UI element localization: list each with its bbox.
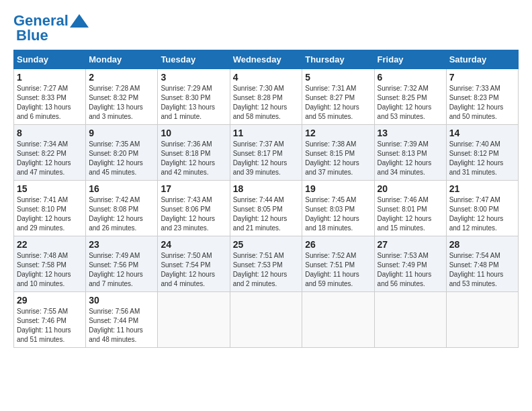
calendar-table: SundayMondayTuesdayWednesdayThursdayFrid… <box>13 50 519 348</box>
day-detail: Sunrise: 7:29 AM Sunset: 8:30 PM Dayligh… <box>161 84 226 122</box>
day-number: 19 <box>305 183 371 194</box>
day-detail: Sunrise: 7:35 AM Sunset: 8:20 PM Dayligh… <box>89 140 154 177</box>
page-header: General Blue <box>13 13 519 43</box>
calendar-cell: 16Sunrise: 7:42 AM Sunset: 8:08 PM Dayli… <box>86 181 158 236</box>
day-detail: Sunrise: 7:28 AM Sunset: 8:32 PM Dayligh… <box>89 84 154 122</box>
calendar-cell: 10Sunrise: 7:36 AM Sunset: 8:18 PM Dayli… <box>158 125 230 181</box>
day-number: 23 <box>89 239 154 250</box>
calendar-cell: 26Sunrise: 7:52 AM Sunset: 7:51 PM Dayli… <box>302 236 374 292</box>
day-number: 8 <box>17 128 83 138</box>
logo-blue-text: Blue <box>16 28 48 43</box>
day-number: 28 <box>449 239 515 250</box>
day-detail: Sunrise: 7:50 AM Sunset: 7:54 PM Dayligh… <box>161 251 226 289</box>
day-number: 12 <box>305 128 371 138</box>
calendar-cell: 9Sunrise: 7:35 AM Sunset: 8:20 PM Daylig… <box>86 125 158 181</box>
day-detail: Sunrise: 7:45 AM Sunset: 8:03 PM Dayligh… <box>305 195 371 233</box>
calendar-cell: 15Sunrise: 7:41 AM Sunset: 8:10 PM Dayli… <box>14 181 86 236</box>
day-number: 11 <box>233 128 300 138</box>
calendar-cell: 4Sunrise: 7:30 AM Sunset: 8:28 PM Daylig… <box>230 69 302 125</box>
calendar-cell: 28Sunrise: 7:54 AM Sunset: 7:48 PM Dayli… <box>446 236 518 292</box>
calendar-cell: 30Sunrise: 7:56 AM Sunset: 7:44 PM Dayli… <box>86 292 158 348</box>
calendar-cell: 6Sunrise: 7:32 AM Sunset: 8:25 PM Daylig… <box>374 69 446 125</box>
day-number: 26 <box>305 239 371 250</box>
weekday-header: Sunday <box>14 50 86 69</box>
day-number: 17 <box>161 183 226 194</box>
day-number: 3 <box>161 72 226 83</box>
calendar-week-row: 29Sunrise: 7:55 AM Sunset: 7:46 PM Dayli… <box>14 292 519 348</box>
day-number: 25 <box>233 239 300 250</box>
day-number: 20 <box>378 183 443 194</box>
day-detail: Sunrise: 7:41 AM Sunset: 8:10 PM Dayligh… <box>17 195 83 233</box>
day-number: 1 <box>17 72 83 83</box>
calendar-cell: 21Sunrise: 7:47 AM Sunset: 8:00 PM Dayli… <box>446 181 518 236</box>
day-number: 24 <box>161 239 226 250</box>
calendar-cell: 13Sunrise: 7:39 AM Sunset: 8:13 PM Dayli… <box>374 125 446 181</box>
calendar-cell: 18Sunrise: 7:44 AM Sunset: 8:05 PM Dayli… <box>230 181 302 236</box>
calendar-cell: 12Sunrise: 7:38 AM Sunset: 8:15 PM Dayli… <box>302 125 374 181</box>
day-detail: Sunrise: 7:39 AM Sunset: 8:13 PM Dayligh… <box>378 140 443 177</box>
calendar-week-row: 22Sunrise: 7:48 AM Sunset: 7:58 PM Dayli… <box>14 236 519 292</box>
weekday-header-row: SundayMondayTuesdayWednesdayThursdayFrid… <box>14 50 519 69</box>
calendar-cell: 24Sunrise: 7:50 AM Sunset: 7:54 PM Dayli… <box>158 236 230 292</box>
calendar-cell: 25Sunrise: 7:51 AM Sunset: 7:53 PM Dayli… <box>230 236 302 292</box>
day-detail: Sunrise: 7:48 AM Sunset: 7:58 PM Dayligh… <box>17 251 83 289</box>
day-detail: Sunrise: 7:36 AM Sunset: 8:18 PM Dayligh… <box>161 140 226 177</box>
calendar-week-row: 8Sunrise: 7:34 AM Sunset: 8:22 PM Daylig… <box>14 125 519 181</box>
day-detail: Sunrise: 7:31 AM Sunset: 8:27 PM Dayligh… <box>305 84 371 122</box>
day-number: 16 <box>89 183 154 194</box>
day-detail: Sunrise: 7:52 AM Sunset: 7:51 PM Dayligh… <box>305 251 371 289</box>
logo-text: General <box>13 13 69 28</box>
day-detail: Sunrise: 7:47 AM Sunset: 8:00 PM Dayligh… <box>449 195 515 233</box>
calendar-cell <box>302 292 374 348</box>
day-number: 13 <box>378 128 443 138</box>
day-detail: Sunrise: 7:37 AM Sunset: 8:17 PM Dayligh… <box>233 140 300 177</box>
day-number: 10 <box>161 128 226 138</box>
calendar-cell <box>374 292 446 348</box>
day-number: 6 <box>378 72 443 83</box>
day-number: 30 <box>89 295 154 306</box>
day-detail: Sunrise: 7:54 AM Sunset: 7:48 PM Dayligh… <box>449 251 515 289</box>
calendar-cell: 7Sunrise: 7:33 AM Sunset: 8:23 PM Daylig… <box>446 69 518 125</box>
calendar-cell: 3Sunrise: 7:29 AM Sunset: 8:30 PM Daylig… <box>158 69 230 125</box>
calendar-cell: 11Sunrise: 7:37 AM Sunset: 8:17 PM Dayli… <box>230 125 302 181</box>
logo: General Blue <box>13 13 89 43</box>
calendar-week-row: 15Sunrise: 7:41 AM Sunset: 8:10 PM Dayli… <box>14 181 519 236</box>
day-number: 4 <box>233 72 300 83</box>
logo-icon <box>70 14 89 28</box>
calendar-cell: 29Sunrise: 7:55 AM Sunset: 7:46 PM Dayli… <box>14 292 86 348</box>
calendar-cell: 19Sunrise: 7:45 AM Sunset: 8:03 PM Dayli… <box>302 181 374 236</box>
day-number: 2 <box>89 72 154 83</box>
day-detail: Sunrise: 7:33 AM Sunset: 8:23 PM Dayligh… <box>449 84 515 122</box>
day-detail: Sunrise: 7:38 AM Sunset: 8:15 PM Dayligh… <box>305 140 371 177</box>
day-detail: Sunrise: 7:40 AM Sunset: 8:12 PM Dayligh… <box>449 140 515 177</box>
calendar-cell: 8Sunrise: 7:34 AM Sunset: 8:22 PM Daylig… <box>14 125 86 181</box>
day-detail: Sunrise: 7:56 AM Sunset: 7:44 PM Dayligh… <box>89 307 154 345</box>
day-detail: Sunrise: 7:43 AM Sunset: 8:06 PM Dayligh… <box>161 195 226 233</box>
day-detail: Sunrise: 7:27 AM Sunset: 8:33 PM Dayligh… <box>17 84 83 122</box>
day-number: 14 <box>449 128 515 138</box>
day-number: 22 <box>17 239 83 250</box>
day-number: 21 <box>449 183 515 194</box>
weekday-header: Monday <box>86 50 158 69</box>
day-number: 7 <box>449 72 515 83</box>
calendar-cell: 27Sunrise: 7:53 AM Sunset: 7:49 PM Dayli… <box>374 236 446 292</box>
day-detail: Sunrise: 7:55 AM Sunset: 7:46 PM Dayligh… <box>17 307 83 345</box>
calendar-cell: 1Sunrise: 7:27 AM Sunset: 8:33 PM Daylig… <box>14 69 86 125</box>
day-number: 9 <box>89 128 154 138</box>
calendar-cell: 22Sunrise: 7:48 AM Sunset: 7:58 PM Dayli… <box>14 236 86 292</box>
weekday-header: Wednesday <box>230 50 302 69</box>
calendar-cell <box>446 292 518 348</box>
day-number: 18 <box>233 183 300 194</box>
weekday-header: Thursday <box>302 50 374 69</box>
calendar-cell: 14Sunrise: 7:40 AM Sunset: 8:12 PM Dayli… <box>446 125 518 181</box>
day-detail: Sunrise: 7:30 AM Sunset: 8:28 PM Dayligh… <box>233 84 300 122</box>
day-detail: Sunrise: 7:53 AM Sunset: 7:49 PM Dayligh… <box>378 251 443 289</box>
day-number: 15 <box>17 183 83 194</box>
day-detail: Sunrise: 7:34 AM Sunset: 8:22 PM Dayligh… <box>17 140 83 177</box>
day-detail: Sunrise: 7:42 AM Sunset: 8:08 PM Dayligh… <box>89 195 154 233</box>
day-number: 5 <box>305 72 371 83</box>
calendar-cell <box>158 292 230 348</box>
day-number: 29 <box>17 295 83 306</box>
calendar-cell: 17Sunrise: 7:43 AM Sunset: 8:06 PM Dayli… <box>158 181 230 236</box>
day-detail: Sunrise: 7:49 AM Sunset: 7:56 PM Dayligh… <box>89 251 154 289</box>
